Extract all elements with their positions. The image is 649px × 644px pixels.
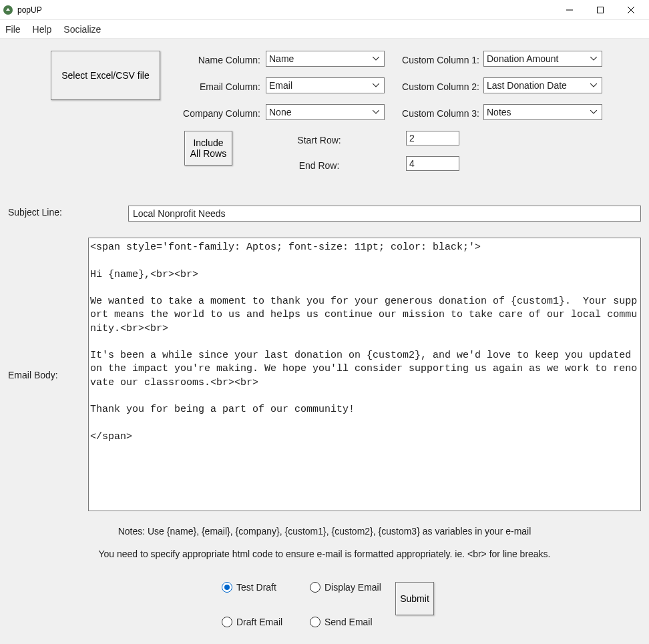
submit-button[interactable]: Submit xyxy=(395,582,434,615)
custom3-label: Custom Column 3: xyxy=(393,108,479,119)
subject-line-value: Local Nonprofit Needs xyxy=(133,208,226,219)
radio-draft-email-label: Draft Email xyxy=(236,617,282,627)
radio-icon xyxy=(310,582,320,593)
submit-button-label: Submit xyxy=(400,593,429,604)
custom1-select[interactable]: Donation Amount xyxy=(483,51,602,67)
menu-help[interactable]: Help xyxy=(31,23,53,36)
custom2-value: Last Donation Date xyxy=(487,80,588,91)
email-body-value: <span style='font-family: Aptos; font-si… xyxy=(90,242,637,442)
end-row-input[interactable]: 4 xyxy=(406,156,459,171)
chevron-down-icon xyxy=(588,83,599,87)
menu-socialize[interactable]: Socialize xyxy=(62,23,102,36)
select-file-button-label: Select Excel/CSV file xyxy=(61,70,150,81)
select-file-button[interactable]: Select Excel/CSV file xyxy=(51,51,160,100)
app-icon xyxy=(3,5,13,15)
chevron-down-icon xyxy=(588,110,599,114)
svg-rect-2 xyxy=(598,7,604,13)
email-body-textarea[interactable]: <span style='font-family: Aptos; font-si… xyxy=(88,238,641,511)
custom3-value: Notes xyxy=(487,107,588,117)
radio-icon xyxy=(310,617,320,627)
email-column-label: Email Column: xyxy=(163,81,260,92)
company-column-value: None xyxy=(269,107,371,117)
name-column-label: Name Column: xyxy=(163,55,260,65)
custom3-select[interactable]: Notes xyxy=(483,104,602,120)
company-column-select[interactable]: None xyxy=(266,104,385,120)
start-row-label: Start Row: xyxy=(286,135,353,145)
minimize-button[interactable] xyxy=(554,0,585,20)
close-button[interactable] xyxy=(616,0,646,20)
chevron-down-icon xyxy=(371,57,381,61)
radio-icon xyxy=(222,582,232,593)
radio-test-draft[interactable]: Test Draft xyxy=(222,582,276,593)
include-all-rows-button[interactable]: Include All Rows xyxy=(184,131,232,166)
company-column-label: Company Column: xyxy=(163,108,260,119)
end-row-label: End Row: xyxy=(286,160,353,171)
window-title: popUP xyxy=(17,5,42,15)
subject-line-input[interactable]: Local Nonprofit Needs xyxy=(128,206,641,222)
start-row-value: 2 xyxy=(409,133,415,143)
custom2-select[interactable]: Last Donation Date xyxy=(483,77,602,93)
chevron-down-icon xyxy=(371,83,381,87)
maximize-button[interactable] xyxy=(585,0,616,20)
email-column-value: Email xyxy=(269,80,371,91)
custom1-value: Donation Amount xyxy=(487,53,588,64)
chevron-down-icon xyxy=(371,110,381,114)
chevron-down-icon xyxy=(588,57,599,61)
radio-region: Test Draft Display Email Draft Email Sen… xyxy=(8,582,641,635)
radio-test-draft-label: Test Draft xyxy=(236,582,276,593)
radio-send-email[interactable]: Send Email xyxy=(310,617,373,627)
custom2-label: Custom Column 2: xyxy=(393,81,479,92)
include-all-rows-label: Include All Rows xyxy=(190,137,226,159)
start-row-input[interactable]: 2 xyxy=(406,131,459,145)
titlebar: popUP xyxy=(0,0,649,20)
notes-line-2: You need to specify appropriate html cod… xyxy=(8,549,641,559)
end-row-value: 4 xyxy=(409,158,415,169)
menu-file[interactable]: File xyxy=(4,23,22,36)
email-column-select[interactable]: Email xyxy=(266,77,385,93)
menubar: File Help Socialize xyxy=(0,20,649,39)
custom1-label: Custom Column 1: xyxy=(393,55,479,65)
radio-draft-email[interactable]: Draft Email xyxy=(222,617,282,627)
email-body-label: Email Body: xyxy=(8,368,88,380)
upper-panel: Select Excel/CSV file Name Column: Email… xyxy=(8,51,641,184)
subject-line-label: Subject Line: xyxy=(8,206,128,218)
radio-send-email-label: Send Email xyxy=(324,617,373,627)
name-column-value: Name xyxy=(269,53,371,64)
name-column-select[interactable]: Name xyxy=(266,51,385,67)
radio-display-email[interactable]: Display Email xyxy=(310,582,381,593)
notes-line-1: Notes: Use {name}, {email}, {company}, {… xyxy=(8,526,641,537)
radio-icon xyxy=(222,617,232,627)
radio-display-email-label: Display Email xyxy=(324,582,381,593)
